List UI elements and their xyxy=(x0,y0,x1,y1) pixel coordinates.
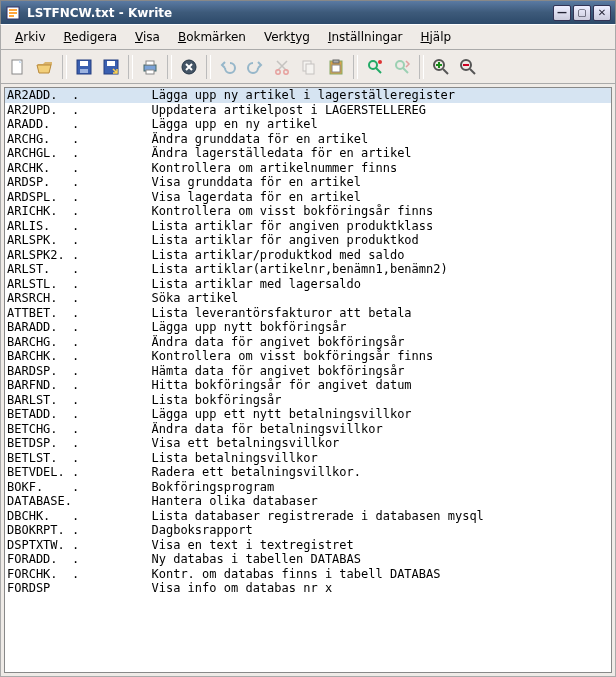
window-title: LSTFNCW.txt - Kwrite xyxy=(27,6,551,20)
menu-verktyg[interactable]: Verktyg xyxy=(256,27,318,47)
paste-icon[interactable] xyxy=(323,54,349,80)
editor-line[interactable]: ARDSP. . Visa grunddata för en artikel xyxy=(5,175,611,190)
titlebar: LSTFNCW.txt - Kwrite — ▢ ✕ xyxy=(0,0,616,24)
new-icon[interactable] xyxy=(5,54,31,80)
undo-icon xyxy=(215,54,241,80)
toolbar-separator xyxy=(167,55,172,79)
svg-rect-14 xyxy=(306,64,314,74)
menu-bokmärken[interactable]: Bokmärken xyxy=(170,27,254,47)
editor-line[interactable]: ARLST. . Lista artiklar(artikelnr,benämn… xyxy=(5,262,611,277)
minimize-button[interactable]: — xyxy=(553,5,571,21)
app-icon xyxy=(5,5,21,21)
editor-line[interactable]: ARICHK. . Kontrollera om visst bokföring… xyxy=(5,204,611,219)
print-icon[interactable] xyxy=(137,54,163,80)
editor-line[interactable]: ARCHK. . Kontrollera om artikelnummer fi… xyxy=(5,161,611,176)
close-icon[interactable] xyxy=(176,54,202,80)
svg-point-18 xyxy=(369,61,377,69)
toolbar xyxy=(0,50,616,84)
open-icon[interactable] xyxy=(32,54,58,80)
svg-rect-17 xyxy=(332,65,340,72)
copy-icon xyxy=(296,54,322,80)
save-icon[interactable] xyxy=(71,54,97,80)
editor-line[interactable]: ARCHGL. . Ändra lagerställedata för en a… xyxy=(5,146,611,161)
svg-rect-3 xyxy=(80,61,88,66)
editor-line[interactable]: ARADD. . Lägga upp en ny artikel xyxy=(5,117,611,132)
editor-line[interactable]: ARLSTL. . Lista artiklar med lagersaldo xyxy=(5,277,611,292)
editor-line[interactable]: BETCHG. . Ändra data för betalningsvillk… xyxy=(5,422,611,437)
svg-rect-4 xyxy=(80,69,88,73)
editor-line[interactable]: BARADD. . Lägga upp nytt bokföringsår xyxy=(5,320,611,335)
editor-line[interactable]: BETDSP. . Visa ett betalningsvillkor xyxy=(5,436,611,451)
zoom-out-icon[interactable] xyxy=(455,54,481,80)
editor-line[interactable]: ARLSPK2. . Lista artiklar/produktkod med… xyxy=(5,248,611,263)
editor-line[interactable]: BETVDEL. . Radera ett betalningsvillkor. xyxy=(5,465,611,480)
menu-visa[interactable]: Visa xyxy=(127,27,168,47)
maximize-button[interactable]: ▢ xyxy=(573,5,591,21)
menu-arkiv[interactable]: Arkiv xyxy=(7,27,54,47)
editor-area: AR2ADD. . Lägga upp ny artikel i lagerst… xyxy=(0,84,616,677)
editor-line[interactable]: DBCHK. . Lista databaser registrerade i … xyxy=(5,509,611,524)
cut-icon xyxy=(269,54,295,80)
close-button[interactable]: ✕ xyxy=(593,5,611,21)
editor-line[interactable]: AR2UPD. . Uppdatera artikelpost i LAGERS… xyxy=(5,103,611,118)
svg-point-12 xyxy=(284,69,288,73)
editor-line[interactable]: BARCHG. . Ändra data för angivet bokföri… xyxy=(5,335,611,350)
editor-line[interactable]: ARCHG. . Ändra grunddata för en artikel xyxy=(5,132,611,147)
redo-icon xyxy=(242,54,268,80)
editor-line[interactable]: BARFND. . Hitta bokföringsår för angivet… xyxy=(5,378,611,393)
editor-line[interactable]: FORCHK. . Kontr. om databas finns i tabe… xyxy=(5,567,611,582)
svg-rect-16 xyxy=(333,60,339,63)
editor-line[interactable]: AR2ADD. . Lägga upp ny artikel i lagerst… xyxy=(5,88,611,103)
zoom-in-icon[interactable] xyxy=(428,54,454,80)
editor-line[interactable]: BARCHK. . Kontrollera om visst bokföring… xyxy=(5,349,611,364)
find-next-icon xyxy=(389,54,415,80)
editor-line[interactable]: BARDSP. . Hämta data för angivet bokföri… xyxy=(5,364,611,379)
editor-line[interactable]: ARDSPL. . Visa lagerdata för en artikel xyxy=(5,190,611,205)
editor-line[interactable]: ARSRCH. . Söka artikel xyxy=(5,291,611,306)
editor-line[interactable]: DATABASE. Hantera olika databaser xyxy=(5,494,611,509)
toolbar-separator xyxy=(419,55,424,79)
text-editor[interactable]: AR2ADD. . Lägga upp ny artikel i lagerst… xyxy=(4,87,612,673)
editor-line[interactable]: FORDSP Visa info om databas nr x xyxy=(5,581,611,596)
editor-line[interactable]: DSPTXTW. . Visa en text i textregistret xyxy=(5,538,611,553)
editor-line[interactable]: DBOKRPT. . Dagboksrapport xyxy=(5,523,611,538)
find-icon[interactable] xyxy=(362,54,388,80)
editor-line[interactable]: ARLSPK. . Lista artiklar för angiven pro… xyxy=(5,233,611,248)
toolbar-separator xyxy=(128,55,133,79)
toolbar-separator xyxy=(206,55,211,79)
editor-line[interactable]: ATTBET. . Lista leverantörsfakturor att … xyxy=(5,306,611,321)
menu-redigera[interactable]: Redigera xyxy=(56,27,125,47)
menu-hjälp[interactable]: Hjälp xyxy=(412,27,459,47)
toolbar-separator xyxy=(62,55,67,79)
svg-rect-6 xyxy=(107,61,115,66)
menubar: ArkivRedigeraVisaBokmärkenVerktygInställ… xyxy=(0,24,616,50)
svg-point-20 xyxy=(396,61,404,69)
editor-line[interactable]: BETLST. . Lista betalningsvillkor xyxy=(5,451,611,466)
svg-rect-9 xyxy=(146,70,154,74)
editor-line[interactable]: BETADD. . Lägga upp ett nytt betalningsv… xyxy=(5,407,611,422)
menu-inställningar[interactable]: Inställningar xyxy=(320,27,411,47)
editor-line[interactable]: ARLIS. . Lista artiklar för angiven prod… xyxy=(5,219,611,234)
editor-line[interactable]: BARLST. . Lista bokföringsår xyxy=(5,393,611,408)
save-as-icon[interactable] xyxy=(98,54,124,80)
svg-point-19 xyxy=(378,60,382,64)
svg-point-11 xyxy=(276,69,280,73)
editor-line[interactable]: BOKF. . Bokföringsprogram xyxy=(5,480,611,495)
svg-rect-8 xyxy=(146,61,154,65)
toolbar-separator xyxy=(353,55,358,79)
editor-line[interactable]: FORADD. . Ny databas i tabellen DATABAS xyxy=(5,552,611,567)
